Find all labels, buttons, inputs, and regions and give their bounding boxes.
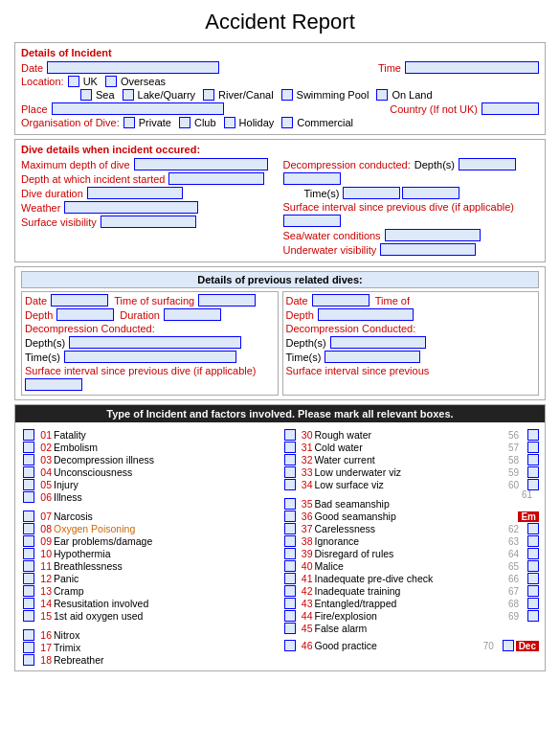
prev-times-input-right[interactable]: [325, 351, 420, 363]
factor-checkbox[interactable]: [284, 479, 296, 490]
factor-checkbox-right[interactable]: [527, 548, 539, 559]
surface-vis-input[interactable]: [101, 216, 196, 228]
prev-depths-input-right[interactable]: [330, 336, 426, 349]
sea-water-input[interactable]: [385, 229, 481, 241]
surface-interval-input[interactable]: [283, 215, 341, 227]
max-depth-input[interactable]: [134, 158, 268, 170]
factor-checkbox[interactable]: [284, 511, 296, 522]
factor-checkbox[interactable]: [284, 454, 296, 465]
decompression-depth1[interactable]: [459, 158, 516, 170]
times-input1[interactable]: [343, 187, 400, 199]
factor-left-row: 03Decompression illness: [21, 454, 279, 465]
factor-checkbox[interactable]: [23, 491, 34, 503]
factor-checkbox-right[interactable]: [527, 466, 539, 478]
prev-time-input-left[interactable]: [198, 294, 256, 306]
factor-checkbox-right[interactable]: [527, 429, 539, 441]
underwater-vis-input[interactable]: [380, 243, 476, 256]
club-checkbox[interactable]: [179, 117, 190, 128]
factor-checkbox[interactable]: [284, 610, 296, 622]
prev-date-input-right[interactable]: [312, 294, 370, 306]
factor-checkbox[interactable]: [23, 429, 34, 441]
prev-depth-input-right[interactable]: [318, 308, 414, 321]
factor-checkbox[interactable]: [23, 585, 34, 597]
factor-left-row: 151st aid oxygen used: [21, 610, 279, 622]
factor-checkbox-right[interactable]: [527, 560, 539, 572]
lake-checkbox[interactable]: [123, 89, 134, 101]
prev-surface-interval-input-left[interactable]: [25, 378, 82, 391]
land-checkbox[interactable]: [376, 89, 388, 101]
private-checkbox[interactable]: [123, 117, 135, 128]
factor-checkbox[interactable]: [284, 623, 296, 634]
factor-checkbox[interactable]: [23, 560, 34, 572]
factor-checkbox[interactable]: [284, 598, 296, 609]
prev-times-row-left: Time(s): [25, 351, 275, 363]
factor-checkbox[interactable]: [23, 548, 34, 559]
pool-checkbox[interactable]: [281, 89, 293, 101]
factor-checkbox[interactable]: [284, 585, 296, 597]
factor-checkbox-right[interactable]: [527, 535, 539, 547]
decompression-depth2[interactable]: [283, 172, 341, 185]
place-input[interactable]: [52, 102, 224, 115]
factor-label-text: Entangled/trapped: [315, 598, 507, 609]
factor-checkbox[interactable]: [23, 629, 34, 641]
factor-checkbox[interactable]: [23, 654, 34, 666]
prev-depth-input-left[interactable]: [56, 308, 114, 321]
factor-checkbox[interactable]: [284, 466, 296, 478]
factor-checkbox[interactable]: [284, 573, 296, 584]
times-input2[interactable]: [402, 187, 459, 199]
overseas-label: Overseas: [121, 76, 166, 87]
factor-checkbox-right[interactable]: [527, 442, 539, 453]
depth-incident-input[interactable]: [168, 172, 264, 185]
factor-checkbox-right[interactable]: [503, 640, 514, 651]
time-input[interactable]: [405, 61, 539, 74]
date-input[interactable]: [47, 61, 219, 74]
factor-checkbox-right[interactable]: [527, 573, 539, 584]
factor-checkbox[interactable]: [23, 573, 34, 584]
commercial-checkbox[interactable]: [281, 117, 293, 128]
prev-times-input-left[interactable]: [64, 351, 236, 363]
max-depth-row: Maximum depth of dive: [21, 158, 278, 170]
factor-checkbox[interactable]: [284, 498, 296, 510]
factor-checkbox-right[interactable]: [527, 610, 539, 622]
factor-label-text: Cold water: [315, 442, 507, 453]
factor-checkbox[interactable]: [23, 466, 34, 478]
factor-checkbox-right[interactable]: [527, 523, 539, 534]
factor-checkbox[interactable]: [284, 442, 296, 453]
prev-depths-row-left: Depth(s): [25, 336, 275, 349]
factor-checkbox[interactable]: [23, 511, 34, 522]
prev-duration-input[interactable]: [164, 308, 221, 321]
times-row: Time(s): [283, 187, 540, 199]
private-label: Private: [139, 117, 171, 128]
prev-depths-input-left[interactable]: [69, 336, 241, 349]
factor-checkbox-right[interactable]: [527, 454, 539, 465]
prev-times-row-right: Time(s): [286, 351, 536, 363]
overseas-checkbox[interactable]: [105, 76, 117, 87]
sea-checkbox[interactable]: [80, 89, 92, 101]
factor-checkbox[interactable]: [23, 535, 34, 547]
factor-checkbox[interactable]: [23, 442, 34, 453]
weather-input[interactable]: [64, 201, 198, 214]
factor-number: 46: [296, 640, 313, 651]
factor-checkbox[interactable]: [284, 429, 296, 441]
factor-checkbox[interactable]: [23, 454, 34, 465]
factor-checkbox[interactable]: [284, 523, 296, 534]
factor-checkbox[interactable]: [284, 560, 296, 572]
factor-label: 1st aid oxygen used: [54, 610, 279, 622]
factor-checkbox[interactable]: [23, 479, 34, 490]
uk-checkbox[interactable]: [68, 76, 79, 87]
factor-checkbox[interactable]: [23, 598, 34, 609]
country-input[interactable]: [482, 102, 539, 115]
factor-checkbox[interactable]: [23, 610, 34, 622]
factor-checkbox[interactable]: [23, 642, 34, 653]
factor-checkbox[interactable]: [23, 523, 34, 534]
dive-duration-input[interactable]: [87, 187, 183, 199]
river-checkbox[interactable]: [203, 89, 214, 101]
factor-checkbox[interactable]: [284, 548, 296, 559]
factor-checkbox-right[interactable]: [527, 598, 539, 609]
factor-checkbox[interactable]: [284, 535, 296, 547]
holiday-checkbox[interactable]: [224, 117, 235, 128]
factor-checkbox[interactable]: [284, 640, 296, 651]
factor-number: 17: [34, 642, 52, 653]
factor-checkbox-right[interactable]: [527, 585, 539, 597]
prev-date-input-left[interactable]: [51, 294, 108, 306]
